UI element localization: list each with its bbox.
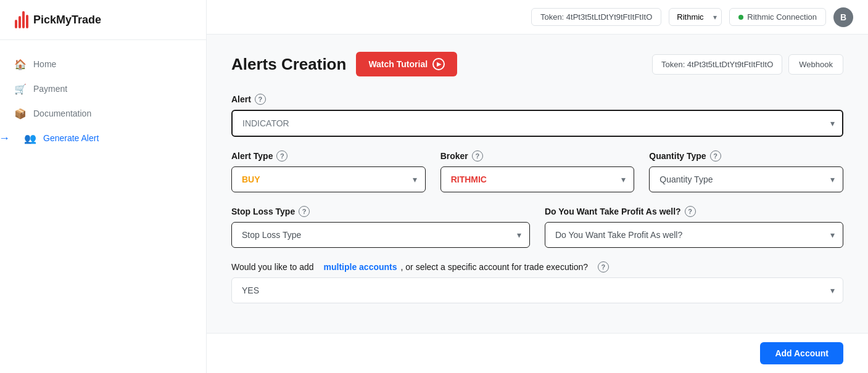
page-title: Alerts Creation [231,55,346,74]
broker-select-wrapper[interactable]: Rithmic [669,8,722,26]
multi-account-label: Would you like to add multiple accounts,… [231,261,843,273]
add-account-button[interactable]: Add Account [760,342,843,364]
connection-dot [738,15,743,20]
broker-dropdown[interactable]: Rithmic [669,8,722,26]
sidebar-item-home[interactable]: 🏠 Home [0,52,206,76]
multi-accounts-select[interactable]: YES [231,277,843,303]
take-profit-label: Do You Want Take Profit As well? ? [545,206,843,217]
broker-label: Broker ? [440,150,635,162]
sidebar-item-payment[interactable]: 🛒 Payment [0,77,206,100]
alert-type-col: Alert Type ? BUY [231,150,426,192]
sidebar-item-label-payment: Payment [33,84,67,94]
sidebar-item-generate-alert[interactable]: → 👥 Generate Alert [0,126,206,150]
logo-icon [15,11,28,28]
take-profit-col: Do You Want Take Profit As well? ? Do Yo… [545,206,843,248]
alert-type-help-icon[interactable]: ? [276,150,287,162]
quantity-type-help-icon[interactable]: ? [710,150,721,162]
alert-type-label: Alert Type ? [231,150,426,162]
logo-bar-4 [26,15,28,28]
home-icon: 🏠 [15,59,26,70]
page-header-right: Token: 4tPt3t5tLtDtYt9tFtItFtItO Webhook [652,54,843,75]
broker-select-form[interactable]: RITHMIC [440,166,635,192]
watch-tutorial-button[interactable]: Watch Tutorial ▶ [356,52,457,76]
stop-loss-col: Stop Loss Type ? Stop Loss Type [231,206,530,248]
header-token: Token: 4tPt3t5tLtDtYt9tFtItFtItO [652,54,782,75]
multi-accounts-post: , or select a specific account for trade… [401,262,589,272]
content-area: Alerts Creation Watch Tutorial ▶ Token: … [207,35,868,333]
sidebar: PickMyTrade 🏠 Home 🛒 Payment 📦 Documenta… [0,0,207,373]
active-arrow: → [0,132,10,145]
form-row-1: Alert Type ? BUY Broker ? RITHMIC [231,150,843,192]
page-header-left: Alerts Creation Watch Tutorial ▶ [231,52,457,76]
multi-accounts-select-wrapper[interactable]: YES [231,277,843,303]
multi-accounts-pre: Would you like to add [231,262,314,272]
quantity-type-select-wrapper[interactable]: Quantity Type [649,166,843,192]
watch-tutorial-label: Watch Tutorial [368,59,428,69]
connection-label: Rithmic Connection [747,12,817,22]
bottom-bar: Add Account [207,333,868,373]
broker-select-wrapper-form[interactable]: RITHMIC [440,166,635,192]
quantity-type-label: Quantity Type ? [649,150,843,162]
alert-section: Alert ? INDICATOR [231,94,843,137]
documentation-icon: 📦 [15,108,26,119]
alert-help-icon[interactable]: ? [255,94,266,105]
sidebar-nav: 🏠 Home 🛒 Payment 📦 Documentation → 👥 Gen… [0,40,206,162]
logo-text: PickMyTrade [33,14,101,27]
stop-loss-select[interactable]: Stop Loss Type [231,222,530,248]
alert-select-wrapper[interactable]: INDICATOR [231,110,843,137]
stop-loss-label: Stop Loss Type ? [231,206,530,217]
form-row-2: Stop Loss Type ? Stop Loss Type Do You W… [231,206,843,248]
sidebar-item-label-documentation: Documentation [33,109,91,118]
sidebar-item-documentation[interactable]: 📦 Documentation [0,102,206,125]
take-profit-select[interactable]: Do You Want Take Profit As well? [545,222,843,248]
multi-accounts-link[interactable]: multiple accounts [324,262,397,272]
logo-bar-2 [19,16,21,28]
logo-bar-3 [22,11,25,28]
alert-type-select-wrapper[interactable]: BUY [231,166,426,192]
connection-badge: Rithmic Connection [729,8,826,26]
play-icon: ▶ [432,58,445,70]
quantity-type-select[interactable]: Quantity Type [649,166,843,192]
page-header: Alerts Creation Watch Tutorial ▶ Token: … [231,52,843,76]
topbar-token: Token: 4tPt3t5tLtDtYt9tFtItFtItO [531,8,661,26]
broker-col: Broker ? RITHMIC [440,150,635,192]
logo-bar-1 [15,20,17,28]
alert-type-select[interactable]: BUY [231,166,426,192]
take-profit-help-icon[interactable]: ? [685,206,696,217]
take-profit-select-wrapper[interactable]: Do You Want Take Profit As well? [545,222,843,248]
webhook-button[interactable]: Webhook [788,54,843,75]
broker-help-icon[interactable]: ? [472,150,483,162]
topbar: Token: 4tPt3t5tLtDtYt9tFtItFtItO Rithmic… [207,0,868,35]
payment-icon: 🛒 [15,83,26,94]
stop-loss-select-wrapper[interactable]: Stop Loss Type [231,222,530,248]
stop-loss-help-icon[interactable]: ? [299,206,310,217]
logo-area: PickMyTrade [0,0,206,40]
alert-label: Alert ? [231,94,843,105]
sidebar-item-label-home: Home [33,59,56,69]
sidebar-item-label-generate-alert: Generate Alert [43,133,99,143]
generate-alert-icon: 👥 [25,133,36,144]
main-area: Token: 4tPt3t5tLtDtYt9tFtItFtItO Rithmic… [207,0,868,373]
alert-select[interactable]: INDICATOR [231,110,843,137]
avatar: B [833,7,853,27]
multi-accounts-help-icon[interactable]: ? [598,261,609,273]
quantity-type-col: Quantity Type ? Quantity Type [649,150,843,192]
multi-accounts-section: Would you like to add multiple accounts,… [231,261,843,303]
